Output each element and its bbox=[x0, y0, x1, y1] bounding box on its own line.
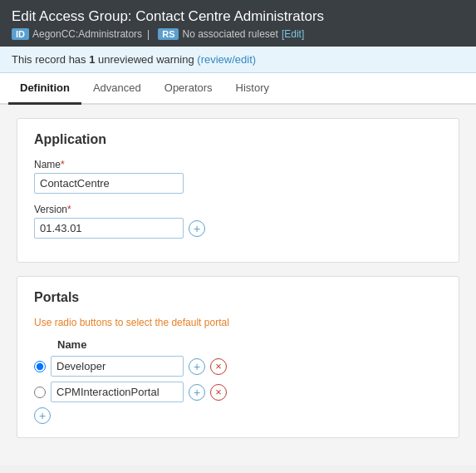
application-title: Application bbox=[34, 132, 442, 147]
version-field-group: Version* + bbox=[34, 204, 442, 239]
rs-value: No associated ruleset bbox=[182, 28, 277, 40]
name-input[interactable] bbox=[34, 173, 184, 194]
portal-name-input-0[interactable] bbox=[51, 356, 184, 377]
tab-advanced[interactable]: Advanced bbox=[81, 73, 153, 105]
portals-col-header: Name bbox=[34, 338, 442, 351]
portal-remove-button-0[interactable]: × bbox=[210, 358, 227, 375]
add-portal-icon: + bbox=[34, 407, 51, 424]
portals-instruction: Use radio buttons to select the default … bbox=[34, 317, 442, 328]
content-area: Application Name* Version* + Portals Use… bbox=[0, 105, 476, 465]
portal-row-0: + × bbox=[34, 356, 442, 377]
name-field-row bbox=[34, 173, 442, 194]
portals-section: Portals Use radio buttons to select the … bbox=[17, 276, 459, 438]
version-input[interactable] bbox=[34, 218, 184, 239]
portal-add-button-0[interactable]: + bbox=[189, 358, 205, 375]
tabs-bar: Definition Advanced Operators History bbox=[0, 73, 476, 105]
warning-suffix: unreviewed warning bbox=[98, 53, 194, 66]
name-required-star: * bbox=[61, 159, 65, 170]
warning-text: This record has bbox=[12, 53, 86, 66]
name-field-group: Name* bbox=[34, 159, 442, 194]
version-label: Version* bbox=[34, 204, 442, 215]
id-badge: ID bbox=[12, 28, 29, 40]
rs-badge: RS bbox=[158, 28, 179, 40]
version-field-row: + bbox=[34, 218, 442, 239]
application-section: Application Name* Version* + bbox=[17, 118, 459, 263]
page-header: Edit Access Group: Contact Centre Admini… bbox=[0, 0, 476, 47]
version-add-button[interactable]: + bbox=[189, 220, 205, 237]
portals-title: Portals bbox=[34, 290, 442, 305]
warning-link[interactable]: (review/edit) bbox=[197, 53, 256, 66]
portal-radio-1[interactable] bbox=[34, 387, 46, 398]
page-title: Edit Access Group: Contact Centre Admini… bbox=[12, 8, 464, 25]
tab-definition[interactable]: Definition bbox=[8, 73, 81, 105]
portal-add-button-1[interactable]: + bbox=[189, 384, 205, 401]
portal-row-1: + × bbox=[34, 382, 442, 402]
version-required-star: * bbox=[67, 204, 71, 215]
warning-count: 1 bbox=[89, 53, 95, 66]
add-portal-button[interactable]: + bbox=[34, 407, 51, 424]
edit-link[interactable]: [Edit] bbox=[282, 28, 304, 40]
warning-bar: This record has 1 unreviewed warning (re… bbox=[0, 47, 476, 73]
portal-remove-button-1[interactable]: × bbox=[210, 384, 227, 401]
tab-operators[interactable]: Operators bbox=[153, 73, 224, 105]
portal-radio-0[interactable] bbox=[34, 361, 46, 372]
id-value: AegonCC:Administrators bbox=[32, 28, 142, 40]
portal-name-input-1[interactable] bbox=[51, 382, 184, 402]
name-label: Name* bbox=[34, 159, 442, 170]
header-meta: ID AegonCC:Administrators | RS No associ… bbox=[12, 28, 464, 40]
tab-history[interactable]: History bbox=[224, 73, 281, 105]
